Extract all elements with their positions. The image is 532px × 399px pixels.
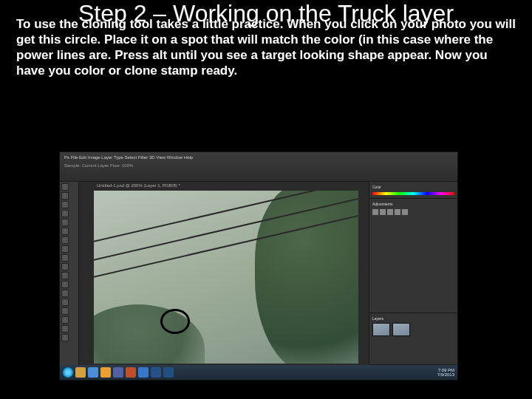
tool-icon [61, 316, 69, 324]
tree-foliage [94, 304, 205, 364]
panel-title: Layers [372, 316, 454, 321]
taskbar-app-icon [88, 367, 98, 378]
layer-thumbnail [392, 323, 410, 336]
adjustment-icon [372, 209, 378, 215]
photoshop-menubar: Ps File Edit Image Layer Type Select Fil… [60, 152, 457, 182]
clone-cursor-circle [160, 309, 190, 334]
clock-date: 7/9/2013 [437, 372, 454, 377]
adjustment-icon [387, 209, 393, 215]
taskbar-app-icon [126, 367, 136, 378]
canvas-area [94, 191, 358, 364]
tool-icon [61, 210, 69, 217]
tool-icon [61, 325, 69, 332]
taskbar-app-icon [163, 367, 174, 378]
tool-icon [61, 192, 69, 200]
tool-icon [61, 254, 69, 262]
right-panels: Color Adjustments Layers [369, 182, 457, 365]
tool-icon [61, 290, 69, 297]
panel-title: Color [372, 185, 454, 189]
tree-foliage [255, 191, 358, 364]
tool-icon [61, 219, 69, 226]
color-panel: Color [369, 182, 457, 199]
tool-icon [61, 228, 69, 235]
taskbar-app-icon [151, 367, 161, 378]
options-bar: Sample: Current Layer Flow: 100% [64, 163, 453, 168]
tool-icon [61, 245, 69, 253]
system-clock: 7:09 PM 7/9/2013 [437, 368, 454, 377]
menu-row: Ps File Edit Image Layer Type Select Fil… [64, 154, 453, 160]
layer-thumbnail [372, 323, 390, 336]
tool-icon [61, 201, 69, 208]
start-button-icon [63, 367, 73, 378]
panel-title: Adjustments [372, 202, 454, 206]
tool-icon [61, 236, 69, 244]
tool-icon [61, 183, 69, 191]
adjustment-icon [380, 209, 386, 215]
tool-icon [61, 307, 69, 315]
tool-icon [61, 281, 69, 288]
tool-icon [61, 334, 69, 341]
tool-icon [61, 272, 69, 279]
adjustment-icon [402, 209, 408, 215]
taskbar-app-icon [138, 367, 149, 378]
hue-slider [372, 192, 454, 195]
windows-taskbar: 7:09 PM 7/9/2013 [60, 365, 457, 380]
layers-panel: Layers [369, 313, 457, 365]
taskbar-app-icon [100, 367, 111, 378]
adjustments-panel: Adjustments [369, 199, 457, 313]
adjustment-icon [395, 209, 400, 215]
document-tab: Untitled-1.psd @ 200% (Layer 1, RGB/8) * [94, 182, 183, 189]
taskbar-app-icon [113, 367, 123, 378]
tool-icon [61, 263, 69, 270]
tools-panel [60, 182, 79, 365]
photoshop-screenshot: Ps File Edit Image Layer Type Select Fil… [59, 151, 458, 381]
taskbar-app-icon [75, 367, 86, 378]
slide-body-text: To use the cloning tool takes a little p… [0, 16, 532, 79]
tool-icon [61, 299, 69, 306]
